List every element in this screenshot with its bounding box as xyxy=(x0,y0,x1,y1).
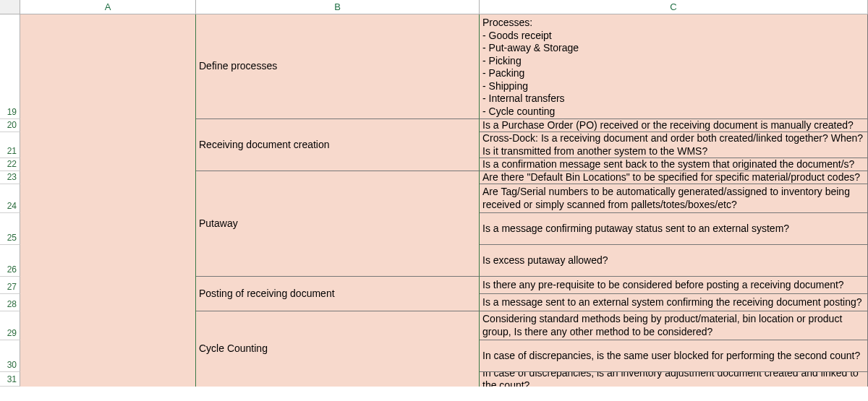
row-header[interactable]: 22 xyxy=(0,158,20,171)
cell-C-text: Is a message confirming putaway status s… xyxy=(482,223,789,236)
cell-C[interactable]: Are there "Default Bin Locations" to be … xyxy=(480,171,868,184)
cell-C[interactable]: Is a message confirming putaway status s… xyxy=(480,213,868,245)
row-header[interactable]: 28 xyxy=(0,294,20,311)
row-header[interactable]: 20 xyxy=(0,119,20,132)
row-header[interactable]: 24 xyxy=(0,184,20,213)
cell-C[interactable]: Is a confirmation message sent back to t… xyxy=(480,158,868,171)
cell-C-text: Is a message sent to an external system … xyxy=(482,296,862,309)
cell-C-text: Is excess putaway allowed? xyxy=(482,254,608,267)
cell-B[interactable]: Putaway xyxy=(196,171,480,277)
row-header[interactable]: 19 xyxy=(0,14,20,119)
cell-C-text: In case of discrepancies, is an inventor… xyxy=(482,372,864,387)
cell-C-text: Cross-Dock: Is a receiving document and … xyxy=(482,132,864,158)
cell-B[interactable]: Receiving document creation xyxy=(196,119,480,171)
cell-C[interactable]: Is a message sent to an external system … xyxy=(480,294,868,311)
spreadsheet-grid[interactable]: A B C 19Define processesProcesses: - Goo… xyxy=(0,0,868,387)
cell-B-text: Putaway xyxy=(199,217,238,230)
row-header[interactable]: 30 xyxy=(0,340,20,372)
cell-C-text: In case of discrepancies, is the same us… xyxy=(482,350,860,363)
cell-A-merged[interactable] xyxy=(20,14,196,387)
cell-C-text: Is a confirmation message sent back to t… xyxy=(482,158,854,171)
cell-C[interactable]: Is excess putaway allowed? xyxy=(480,245,868,277)
col-header-B[interactable]: B xyxy=(196,0,480,14)
cell-C-text: Considering standard methods being by pr… xyxy=(482,313,864,338)
cell-C-text: Are Tag/Serial numbers to be automatical… xyxy=(482,186,864,211)
row-header[interactable]: 27 xyxy=(0,277,20,294)
row-header[interactable]: 23 xyxy=(0,171,20,184)
cell-B-text: Cycle Counting xyxy=(199,342,268,355)
col-header-C[interactable]: C xyxy=(480,0,868,14)
cell-B-text: Receiving document creation xyxy=(199,139,330,152)
cell-B-text: Posting of receiving document xyxy=(199,288,335,301)
row-header[interactable]: 31 xyxy=(0,372,20,387)
cell-C-text: Is there any pre-requisite to be conside… xyxy=(482,279,844,292)
cell-C-text: Is a Purchase Order (PO) received or the… xyxy=(482,119,854,132)
cell-C[interactable]: In case of discrepancies, is an inventor… xyxy=(480,372,868,387)
cell-B-text: Define processes xyxy=(199,60,277,73)
cell-C[interactable]: Processes: - Goods receipt - Put-away & … xyxy=(480,14,868,119)
cell-C-text: Processes: - Goods receipt - Put-away & … xyxy=(482,17,579,118)
cell-C[interactable]: In case of discrepancies, is the same us… xyxy=(480,340,868,372)
cell-C[interactable]: Are Tag/Serial numbers to be automatical… xyxy=(480,184,868,213)
cell-B[interactable]: Posting of receiving document xyxy=(196,277,480,311)
cell-C[interactable]: Is there any pre-requisite to be conside… xyxy=(480,277,868,294)
cell-C[interactable]: Cross-Dock: Is a receiving document and … xyxy=(480,132,868,158)
row-header[interactable]: 29 xyxy=(0,311,20,340)
col-header-A[interactable]: A xyxy=(20,0,196,14)
row-header[interactable]: 25 xyxy=(0,213,20,245)
cell-C-text: Are there "Default Bin Locations" to be … xyxy=(482,171,860,184)
select-all-corner[interactable] xyxy=(0,0,20,14)
cell-B[interactable]: Define processes xyxy=(196,14,480,119)
row-header[interactable]: 26 xyxy=(0,245,20,277)
cell-C[interactable]: Is a Purchase Order (PO) received or the… xyxy=(480,119,868,132)
row-header[interactable]: 21 xyxy=(0,132,20,158)
cell-B[interactable]: Cycle Counting xyxy=(196,311,480,387)
cell-C[interactable]: Considering standard methods being by pr… xyxy=(480,311,868,340)
